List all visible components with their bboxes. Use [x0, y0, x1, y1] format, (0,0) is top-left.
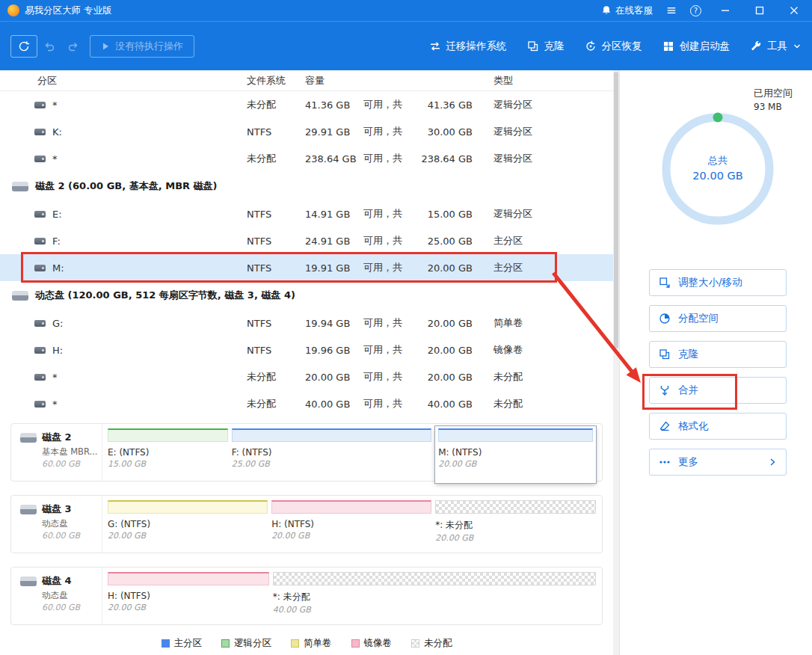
more-button[interactable]: 更多: [649, 449, 787, 476]
format-label: 格式化: [678, 419, 709, 433]
refresh-button[interactable]: [10, 35, 37, 58]
diskmap-partition-m-selected[interactable]: M: (NTFS) 20.00 GB: [435, 426, 596, 483]
partition-icon: [34, 238, 46, 245]
partition-label: *: 未分配: [435, 519, 596, 532]
migrate-os-button[interactable]: 迁移操作系统: [429, 40, 507, 53]
used-space-dot: [713, 113, 723, 123]
filesystem-value: NTFS: [247, 236, 305, 247]
capacity-mid: 可用，共: [363, 343, 402, 357]
menu-button[interactable]: [666, 5, 677, 16]
disk-icon: [12, 182, 28, 191]
filesystem-value: NTFS: [247, 318, 305, 329]
table-row[interactable]: * 未分配 20.00 GB可用，共20.00 GB 未分配: [0, 363, 613, 390]
table-row-selected[interactable]: M: NTFS 19.91 GB可用，共20.00 GB 主分区: [0, 254, 613, 281]
type-value: 未分配: [493, 397, 613, 410]
maximize-icon: [755, 6, 764, 15]
diskmap-partition-e[interactable]: E: (NTFS) 15.00 GB: [108, 428, 228, 481]
table-row[interactable]: * 未分配 41.36 GB可用，共41.36 GB 逻辑分区: [0, 91, 613, 118]
table-row[interactable]: * 未分配 40.00 GB可用，共40.00 GB 未分配: [0, 390, 613, 417]
table-row[interactable]: F: NTFS 24.91 GB可用，共25.00 GB 主分区: [0, 227, 613, 254]
total-label: 总共: [658, 154, 778, 167]
diskmap-partition-h[interactable]: H: (NTFS) 20.00 GB: [108, 572, 269, 624]
capacity-total: 20.00 GB: [408, 372, 473, 383]
partition-recovery-button[interactable]: 分区恢复: [585, 40, 642, 53]
migrate-os-label: 迁移操作系统: [446, 40, 507, 53]
diskmap-partition-unallocated[interactable]: *: 未分配 20.00 GB: [435, 500, 596, 553]
partition-icon: [34, 374, 46, 381]
format-icon: [659, 420, 671, 432]
capacity-free: 19.91 GB: [305, 262, 363, 274]
minimize-button[interactable]: [715, 3, 736, 18]
partition-icon: [34, 320, 46, 327]
table-row[interactable]: K: NTFS 29.91 GB可用，共30.00 GB 逻辑分区: [0, 118, 613, 145]
undo-button[interactable]: [37, 35, 61, 58]
legend-mirror-label: 镜像卷: [364, 637, 393, 650]
close-button[interactable]: [784, 3, 805, 18]
tools-button[interactable]: 工具: [750, 40, 802, 53]
disk-icon: [12, 291, 28, 301]
scrollbar-thumb[interactable]: [614, 72, 618, 348]
table-row[interactable]: * 未分配 238.64 GB可用，共238.64 GB 逻辑分区: [0, 145, 613, 172]
help-button[interactable]: ?: [690, 5, 701, 16]
capacity-free: 14.91 GB: [305, 209, 363, 220]
capacity-free: 29.91 GB: [305, 126, 363, 138]
disk-group-row[interactable]: 动态盘 (120.00 GB, 512 每扇区字节数, 磁盘 3, 磁盘 4): [0, 281, 613, 310]
capacity-free: 24.91 GB: [305, 236, 363, 247]
table-row[interactable]: G: NTFS 19.94 GB可用，共20.00 GB 简单卷: [0, 310, 613, 336]
pending-operations-label: 没有待执行操作: [115, 40, 183, 53]
disk-group-row[interactable]: 磁盘 2 (60.00 GB, 基本盘, MBR 磁盘): [0, 172, 613, 200]
diskmap-partition-h[interactable]: H: (NTFS) 20.00 GB: [271, 500, 431, 553]
maximize-button[interactable]: [749, 3, 770, 18]
capacity-total: 20.00 GB: [408, 345, 473, 356]
partition-name: F:: [52, 236, 61, 247]
partition-icon: [34, 129, 46, 135]
partition-label: M: (NTFS): [438, 447, 593, 458]
bell-icon: [601, 5, 612, 16]
logical-swatch-icon: [221, 639, 230, 648]
type-value: 简单卷: [493, 316, 613, 330]
diskmap-partition-f[interactable]: F: (NTFS) 25.00 GB: [232, 428, 431, 481]
vertical-scrollbar[interactable]: [613, 70, 619, 655]
legend-unallocated: 未分配: [411, 637, 452, 650]
online-service-button[interactable]: 在线客服: [601, 4, 653, 17]
partition-recovery-icon: [585, 40, 597, 52]
table-row[interactable]: E: NTFS 14.91 GB可用，共15.00 GB 逻辑分区: [0, 200, 613, 227]
clone-partition-button[interactable]: 克隆: [649, 341, 787, 368]
type-value: 主分区: [493, 261, 613, 274]
partition-size: 20.00 GB: [271, 531, 431, 541]
redo-button[interactable]: [61, 35, 85, 58]
format-button[interactable]: 格式化: [649, 413, 787, 440]
more-dots-icon: [659, 456, 671, 468]
merge-button[interactable]: 合并: [649, 377, 787, 404]
clone-button[interactable]: 克隆: [527, 40, 565, 53]
resize-move-icon: [659, 277, 671, 289]
disk-name: 磁盘 4: [42, 574, 72, 588]
diskmap-partition-g[interactable]: G: (NTFS) 20.00 GB: [108, 500, 268, 553]
partition-name: *: [52, 372, 58, 383]
create-bootable-icon: [662, 40, 674, 52]
diskmap-partition-unallocated[interactable]: *: 未分配 40.00 GB: [273, 572, 596, 624]
create-bootable-button[interactable]: 创建启动盘: [662, 40, 731, 53]
legend-logical: 逻辑分区: [221, 637, 271, 650]
pending-operations-button[interactable]: 没有待执行操作: [90, 35, 194, 58]
legend-primary-label: 主分区: [174, 637, 203, 650]
capacity-mid: 可用，共: [363, 397, 402, 410]
simple-swatch-icon: [291, 639, 299, 648]
donut-center-text: 总共 20.00 GB: [658, 154, 778, 182]
disk-size: 60.00 GB: [42, 603, 102, 612]
capacity-mid: 可用，共: [363, 316, 402, 330]
partition-name: E:: [52, 209, 62, 220]
type-value: 逻辑分区: [493, 207, 613, 221]
allocate-space-button[interactable]: 分配空间: [649, 305, 787, 332]
titlebar: 易我分区大师 专业版 在线客服 ?: [0, 0, 812, 21]
partition-name: *: [52, 99, 58, 111]
partition-usage-bar: [108, 572, 269, 585]
table-row[interactable]: H: NTFS 19.96 GB可用，共20.00 GB 镜像卷: [0, 336, 613, 363]
partition-icon: [34, 265, 46, 271]
diskmap-disk4: 磁盘 4 动态盘 60.00 GB H: (NTFS) 20.00 GB *: …: [10, 567, 603, 625]
resize-move-button[interactable]: 调整大小/移动: [649, 269, 787, 296]
partition-recovery-label: 分区恢复: [602, 40, 642, 53]
used-space-label: 已用空间: [754, 87, 793, 100]
disk-icon: [20, 576, 37, 586]
capacity-mid: 可用，共: [363, 207, 402, 221]
